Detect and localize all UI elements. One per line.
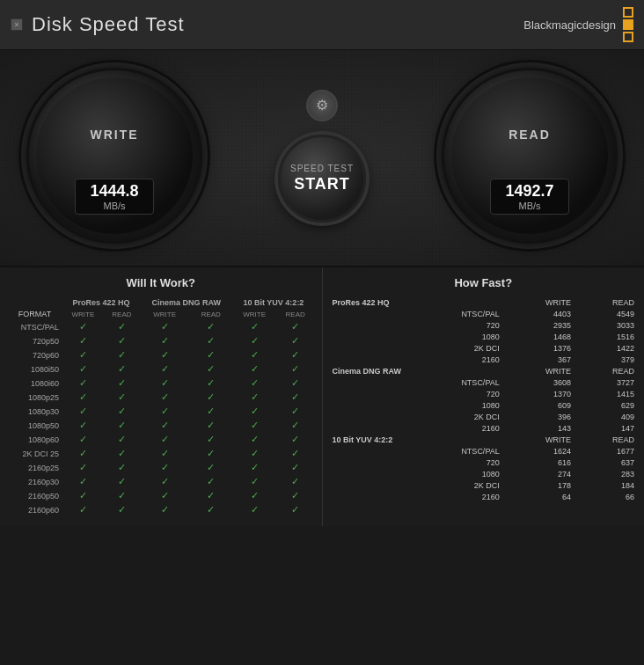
- wiw-check-cell: ✓: [189, 461, 232, 475]
- wiw-check-cell: ✓: [276, 447, 315, 461]
- wiw-check-cell: ✓: [276, 503, 315, 517]
- wiw-check-cell: ✓: [189, 433, 232, 447]
- wiw-check-cell: ✓: [232, 461, 275, 475]
- hf-read-value: 184: [574, 479, 637, 491]
- wiw-check-cell: ✓: [104, 447, 140, 461]
- read-gauge-container: READ 1492.7 MB/s: [442, 68, 618, 244]
- hf-format-label: 2160: [330, 491, 502, 502]
- wiw-check-cell: ✓: [62, 334, 104, 348]
- check-icon: ✓: [118, 420, 126, 430]
- hf-read-value: 147: [574, 422, 637, 434]
- check-icon: ✓: [161, 349, 169, 360]
- hf-format-label: 2160: [330, 354, 502, 365]
- hf-read-header: READ: [574, 296, 637, 308]
- read-gauge-label: READ: [451, 128, 608, 142]
- check-icon: ✓: [79, 363, 87, 374]
- wiw-check-cell: ✓: [232, 334, 275, 348]
- wiw-check-cell: ✓: [62, 461, 104, 475]
- check-icon: ✓: [251, 476, 259, 486]
- check-icon: ✓: [251, 391, 259, 402]
- hf-group-name: ProRes 422 HQ: [330, 296, 502, 308]
- wiw-check-cell: ✓: [62, 376, 104, 391]
- table-row: 720p60✓✓✓✓✓✓: [7, 348, 315, 362]
- will-it-work-body: NTSC/PAL✓✓✓✓✓✓720p50✓✓✓✓✓✓720p60✓✓✓✓✓✓10…: [7, 320, 315, 517]
- wiw-check-cell: ✓: [232, 433, 275, 447]
- wiw-check-cell: ✓: [62, 405, 104, 419]
- hf-data-row: 2K DCI396409: [330, 411, 638, 422]
- write-gauge: WRITE 1444.8 MB/s: [26, 68, 202, 244]
- hf-format-label: 1080: [330, 468, 502, 479]
- check-icon: ✓: [79, 462, 87, 472]
- wiw-check-cell: ✓: [232, 405, 275, 419]
- check-icon: ✓: [291, 462, 299, 472]
- wiw-check-cell: ✓: [140, 362, 189, 376]
- hf-read-value: 1516: [574, 331, 637, 342]
- wiw-check-cell: ✓: [140, 433, 189, 447]
- hf-write-value: 396: [502, 411, 574, 422]
- wiw-check-cell: ✓: [276, 461, 315, 475]
- brand-area: Blackmagicdesign: [523, 7, 633, 42]
- hf-group-name: Cinema DNG RAW: [330, 365, 502, 376]
- wiw-check-cell: ✓: [140, 376, 189, 391]
- close-button[interactable]: ×: [11, 18, 23, 31]
- check-icon: ✓: [118, 406, 126, 416]
- wiw-write1: WRITE: [62, 309, 104, 320]
- hf-data-row: 2K DCI13761422: [330, 342, 638, 354]
- wiw-format-cell: 1080i60: [7, 376, 62, 391]
- wiw-check-cell: ✓: [62, 447, 104, 461]
- hf-group-header-row: ProRes 422 HQWRITEREAD: [330, 296, 638, 308]
- hf-format-label: 720: [330, 319, 502, 331]
- wiw-check-cell: ✓: [276, 391, 315, 405]
- check-icon: ✓: [161, 321, 169, 332]
- check-icon: ✓: [118, 321, 126, 332]
- wiw-check-cell: ✓: [62, 362, 104, 376]
- brand-logo-dot-2: [623, 19, 633, 30]
- hf-read-value: 379: [574, 354, 637, 365]
- wiw-check-cell: ✓: [104, 405, 140, 419]
- settings-button[interactable]: ⚙: [306, 90, 338, 121]
- wiw-check-cell: ✓: [140, 475, 189, 489]
- hf-data-row: 2160367379: [330, 354, 638, 365]
- check-icon: ✓: [291, 448, 299, 458]
- table-row: 2160p25✓✓✓✓✓✓: [7, 461, 315, 475]
- hf-data-row: 72013701415: [330, 388, 638, 399]
- check-icon: ✓: [161, 335, 169, 346]
- check-icon: ✓: [207, 321, 215, 332]
- wiw-format-cell: 720p60: [7, 348, 62, 362]
- hf-write-value: 2935: [502, 319, 574, 331]
- hf-write-value: 1624: [502, 445, 574, 457]
- wiw-write3: WRITE: [232, 309, 275, 320]
- hf-format-label: NTSC/PAL: [330, 376, 502, 388]
- check-icon: ✓: [161, 377, 169, 388]
- wiw-format-cell: 2160p60: [7, 503, 62, 517]
- wiw-group2-header: Cinema DNG RAW: [140, 296, 232, 309]
- will-it-work-panel: Will It Work? ProRes 422 HQ Cinema DNG R…: [0, 267, 323, 526]
- hf-group-header-row: Cinema DNG RAWWRITEREAD: [330, 365, 638, 376]
- read-value-box: 1492.7 MB/s: [490, 179, 569, 215]
- check-icon: ✓: [161, 391, 169, 402]
- hf-write-value: 143: [502, 422, 574, 434]
- wiw-check-cell: ✓: [104, 348, 140, 362]
- check-icon: ✓: [118, 490, 126, 501]
- hf-write-value: 367: [502, 354, 574, 365]
- check-icon: ✓: [79, 406, 87, 416]
- read-unit: MB/s: [500, 201, 560, 211]
- check-icon: ✓: [161, 363, 169, 374]
- hf-data-row: 72029353033: [330, 319, 638, 331]
- wiw-check-cell: ✓: [232, 419, 275, 433]
- hf-format-label: NTSC/PAL: [330, 445, 502, 457]
- wiw-check-cell: ✓: [232, 362, 275, 376]
- gauges-section: WRITE 1444.8 MB/s ⚙ SPEED TEST START: [0, 50, 644, 267]
- check-icon: ✓: [291, 406, 299, 416]
- start-button[interactable]: SPEED TEST START: [278, 135, 366, 223]
- check-icon: ✓: [207, 363, 215, 374]
- wiw-check-cell: ✓: [232, 503, 275, 517]
- check-icon: ✓: [118, 363, 126, 374]
- hf-format-label: NTSC/PAL: [330, 308, 502, 319]
- start-button-label: START: [294, 175, 350, 194]
- table-row: 2160p60✓✓✓✓✓✓: [7, 503, 315, 517]
- wiw-check-cell: ✓: [62, 503, 104, 517]
- hf-read-value: 409: [574, 411, 637, 422]
- hf-read-value: 1677: [574, 445, 637, 457]
- wiw-check-cell: ✓: [189, 475, 232, 489]
